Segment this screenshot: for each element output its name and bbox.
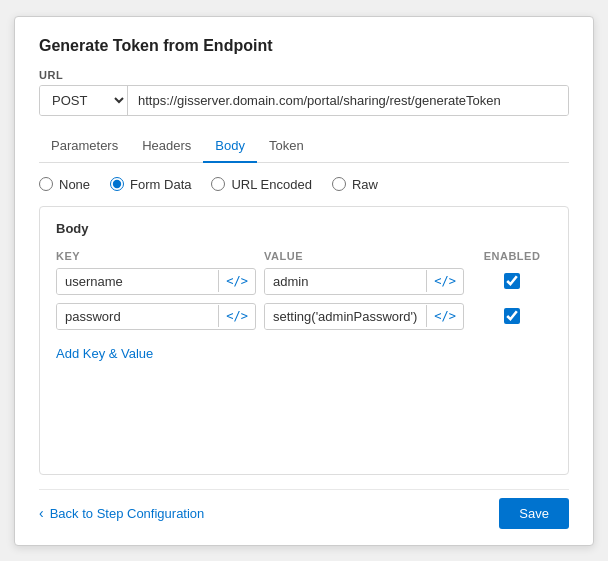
tab-parameters[interactable]: Parameters [39, 130, 130, 163]
radio-none-label: None [59, 177, 90, 192]
key-code-btn-1[interactable]: </> [218, 270, 255, 292]
url-label: URL [39, 69, 569, 81]
table-row: </> </> [56, 303, 552, 330]
back-chevron-icon: ‹ [39, 505, 44, 521]
url-section: URL POST GET PUT DELETE PATCH [39, 69, 569, 116]
key-field-1: </> [56, 268, 256, 295]
radio-none[interactable]: None [39, 177, 90, 192]
value-input-1[interactable] [265, 269, 426, 294]
radio-form-data[interactable]: Form Data [110, 177, 191, 192]
body-section-title: Body [56, 221, 552, 236]
radio-raw-label: Raw [352, 177, 378, 192]
radio-url-encoded[interactable]: URL Encoded [211, 177, 311, 192]
footer: ‹ Back to Step Configuration Save [39, 489, 569, 529]
table-headers: KEY VALUE ENABLED [56, 250, 552, 268]
radio-url-encoded-label: URL Encoded [231, 177, 311, 192]
table-row: </> </> [56, 268, 552, 295]
enabled-checkbox-2[interactable] [504, 308, 520, 324]
tab-headers[interactable]: Headers [130, 130, 203, 163]
back-to-step-link[interactable]: ‹ Back to Step Configuration [39, 505, 204, 521]
key-field-2: </> [56, 303, 256, 330]
radio-raw[interactable]: Raw [332, 177, 378, 192]
add-key-value-link[interactable]: Add Key & Value [56, 346, 153, 361]
key-code-btn-2[interactable]: </> [218, 305, 255, 327]
key-input-2[interactable] [57, 304, 218, 329]
radio-url-encoded-input[interactable] [211, 177, 225, 191]
enabled-cell-1 [472, 273, 552, 289]
url-input[interactable] [128, 86, 568, 115]
generate-token-modal: Generate Token from Endpoint URL POST GE… [14, 16, 594, 546]
radio-form-data-label: Form Data [130, 177, 191, 192]
value-field-1: </> [264, 268, 464, 295]
save-button[interactable]: Save [499, 498, 569, 529]
radio-form-data-input[interactable] [110, 177, 124, 191]
url-row: POST GET PUT DELETE PATCH [39, 85, 569, 116]
tabs-bar: Parameters Headers Body Token [39, 130, 569, 163]
tab-token[interactable]: Token [257, 130, 316, 163]
value-code-btn-2[interactable]: </> [426, 305, 463, 327]
body-section: Body KEY VALUE ENABLED </> </> </> [39, 206, 569, 475]
value-input-2[interactable] [265, 304, 426, 329]
method-select[interactable]: POST GET PUT DELETE PATCH [40, 86, 128, 115]
value-code-btn-1[interactable]: </> [426, 270, 463, 292]
col-enabled-header: ENABLED [472, 250, 552, 262]
modal-title: Generate Token from Endpoint [39, 37, 569, 55]
radio-raw-input[interactable] [332, 177, 346, 191]
col-key-header: KEY [56, 250, 256, 262]
enabled-cell-2 [472, 308, 552, 324]
value-field-2: </> [264, 303, 464, 330]
enabled-checkbox-1[interactable] [504, 273, 520, 289]
radio-none-input[interactable] [39, 177, 53, 191]
body-type-radio-group: None Form Data URL Encoded Raw [39, 177, 569, 192]
tab-body[interactable]: Body [203, 130, 257, 163]
back-label: Back to Step Configuration [50, 506, 205, 521]
key-input-1[interactable] [57, 269, 218, 294]
col-value-header: VALUE [264, 250, 464, 262]
